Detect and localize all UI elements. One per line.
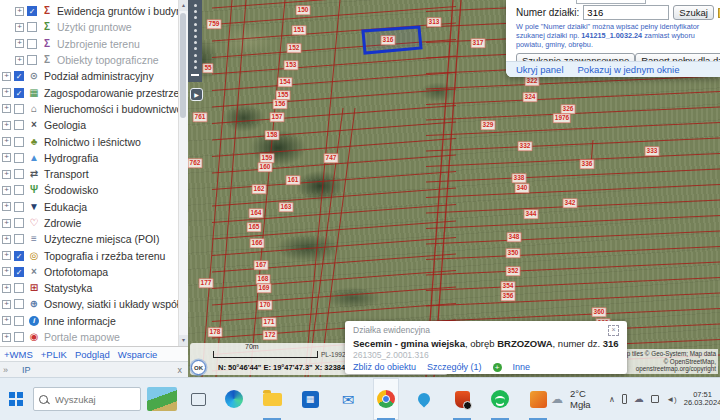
parcel-label[interactable]: 154: [278, 77, 293, 87]
expand-icon[interactable]: [2, 121, 11, 130]
ok-button[interactable]: OK: [191, 360, 206, 375]
hide-panel-link[interactable]: Ukryj panel: [516, 64, 564, 75]
map-toolbar[interactable]: [188, 0, 202, 82]
parcel-label[interactable]: 167: [254, 260, 269, 270]
parcel-label[interactable]: 761: [193, 112, 208, 122]
parcel-label[interactable]: 1976: [553, 113, 571, 123]
layer-checkbox[interactable]: [14, 267, 24, 277]
scrollbar-thumb[interactable]: [180, 13, 186, 118]
layer-checkbox[interactable]: [14, 251, 24, 261]
parcel-label[interactable]: 153: [284, 60, 299, 70]
parcel-label[interactable]: 157: [270, 112, 285, 122]
attribution-line2[interactable]: openstreetmap.org/copyright: [616, 365, 716, 373]
parcel-label[interactable]: 313: [427, 17, 442, 27]
parcel-label[interactable]: 317: [471, 38, 486, 48]
clock[interactable]: 07:51 26.03.2024: [684, 391, 720, 408]
antivirus-shield-icon[interactable]: [449, 378, 475, 420]
layer-tree-item[interactable]: ⊙Podział administracyjny: [0, 68, 178, 84]
parcel-label[interactable]: 316: [381, 35, 396, 45]
layer-tree-item[interactable]: ▦Zagospodarowanie przestrzenne: [0, 84, 178, 100]
toolbar-chevron-icon[interactable]: »: [3, 365, 8, 375]
layer-checkbox[interactable]: [14, 218, 24, 228]
expand-icon[interactable]: [2, 186, 11, 195]
expand-icon[interactable]: [15, 23, 24, 32]
wms-link[interactable]: +WMS: [4, 349, 33, 360]
expand-icon[interactable]: [2, 300, 11, 309]
layer-tree-item[interactable]: ⇄Transport: [0, 166, 178, 182]
parcel-label[interactable]: 747: [324, 153, 339, 163]
layer-checkbox[interactable]: [14, 120, 24, 130]
parcel-label[interactable]: 177: [199, 278, 214, 288]
start-button[interactable]: [9, 392, 23, 406]
sidebar-scrollbar[interactable]: ▴ ▾: [178, 0, 188, 346]
layer-tree-item[interactable]: ▲Hydrografia: [0, 150, 178, 166]
expand-icon[interactable]: [2, 284, 11, 293]
parcel-label[interactable]: 332: [518, 141, 533, 151]
layer-tree-item[interactable]: ×Ortofotomapa: [0, 264, 178, 280]
parcel-number-input[interactable]: [583, 5, 669, 20]
expand-icon[interactable]: [15, 7, 24, 16]
parcel-label[interactable]: 160: [258, 162, 273, 172]
expand-icon[interactable]: [2, 235, 11, 244]
layer-tree-item[interactable]: ΣUzbrojenie terenu: [0, 36, 178, 52]
parcel-label[interactable]: 344: [524, 209, 539, 219]
close-icon[interactable]: x: [178, 365, 183, 375]
podglad-link[interactable]: Podgląd: [75, 349, 110, 360]
parcel-label[interactable]: 161: [286, 175, 301, 185]
layer-checkbox[interactable]: [14, 71, 24, 81]
parcel-label[interactable]: 150: [296, 5, 311, 15]
task-view-icon[interactable]: [191, 393, 206, 406]
expand-icon[interactable]: [15, 39, 24, 48]
scroll-down-icon[interactable]: ▾: [179, 335, 188, 346]
layer-checkbox[interactable]: [14, 169, 24, 179]
parcel-label[interactable]: 350: [506, 248, 521, 258]
spotify-icon[interactable]: [487, 378, 513, 420]
parcel-label[interactable]: 356: [501, 291, 516, 301]
edge-icon[interactable]: [221, 378, 247, 420]
parcel-label[interactable]: 342: [563, 198, 578, 208]
orange-app-icon[interactable]: [525, 378, 551, 420]
expand-icon[interactable]: [2, 316, 11, 325]
single-window-link[interactable]: Pokazuj w jednym oknie: [578, 64, 680, 75]
layer-tree-item[interactable]: ♣Rolnictwo i leśnictwo: [0, 133, 178, 149]
parcel-label[interactable]: 348: [507, 232, 522, 242]
layer-checkbox[interactable]: [14, 283, 24, 293]
speaker-icon[interactable]: ◄): [666, 395, 677, 404]
wsparcie-link[interactable]: Wsparcie: [118, 349, 158, 360]
layer-tree-item[interactable]: ◉Portale mapowe: [0, 329, 178, 345]
layer-checkbox[interactable]: [27, 55, 37, 65]
layer-checkbox[interactable]: [14, 316, 24, 326]
parcel-label[interactable]: 333: [645, 146, 660, 156]
phone-icon[interactable]: [622, 394, 627, 404]
file-explorer-icon[interactable]: [259, 378, 285, 420]
expand-icon[interactable]: [2, 137, 11, 146]
parcel-label[interactable]: 340: [515, 183, 530, 193]
taskbar-search[interactable]: [33, 387, 141, 411]
expand-icon[interactable]: [2, 104, 11, 113]
layer-checkbox[interactable]: [14, 234, 24, 244]
parcel-label[interactable]: 759: [207, 19, 222, 29]
layer-tree-item[interactable]: ⌂Nieruchomości i budownictwo: [0, 101, 178, 117]
popup-close-icon[interactable]: ×: [608, 325, 619, 336]
parcel-label[interactable]: 158: [265, 130, 280, 140]
parcel-label[interactable]: 322: [525, 76, 540, 86]
layer-checkbox[interactable]: [14, 332, 24, 342]
layer-tree-item[interactable]: iInne informacje: [0, 313, 178, 329]
drop-app-icon[interactable]: [411, 378, 437, 420]
parcel-label[interactable]: 156: [273, 99, 288, 109]
layer-tree-item[interactable]: ⊕Osnowy, siatki i układy współrzędnych: [0, 296, 178, 312]
layer-checkbox[interactable]: [27, 6, 37, 16]
expand-icon[interactable]: [15, 56, 24, 65]
weather-text[interactable]: 2°C Mgła: [570, 388, 598, 410]
layer-tree-item[interactable]: ΨŚrodowisko: [0, 182, 178, 198]
layer-tree-item[interactable]: ♡Zdrowie: [0, 215, 178, 231]
layer-tree-item[interactable]: ΣObiekty topograficzne: [0, 52, 178, 68]
layer-checkbox[interactable]: [14, 299, 24, 309]
expand-icon[interactable]: [2, 219, 11, 228]
weather-cloud-icon[interactable]: ☁: [551, 393, 563, 405]
add-icon[interactable]: +: [493, 363, 502, 372]
other-link[interactable]: Inne: [513, 362, 531, 372]
mail-icon[interactable]: ✉: [335, 378, 361, 420]
details-link[interactable]: Szczegóły (1): [427, 362, 482, 372]
display-icon[interactable]: [651, 395, 659, 403]
